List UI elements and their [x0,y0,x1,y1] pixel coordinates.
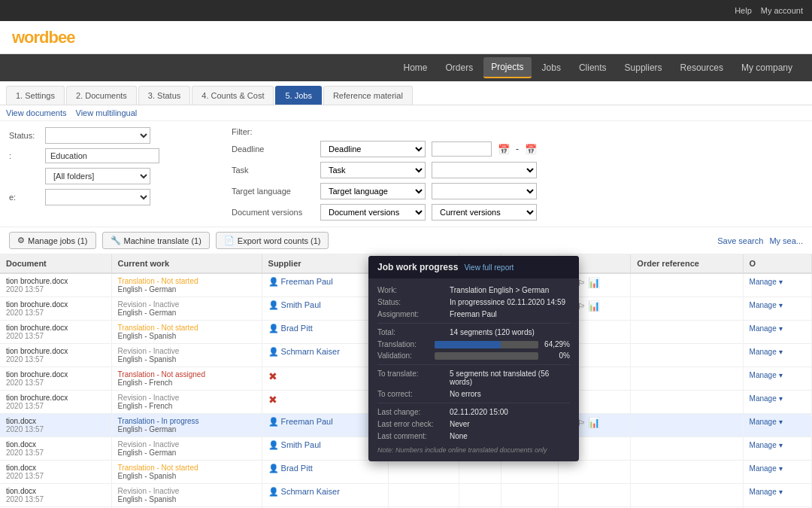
doc-versions-value-select[interactable]: Current versions [432,204,537,221]
flag-icon[interactable]: 🏳 [577,278,586,287]
nav-jobs[interactable]: Jobs [535,58,568,78]
view-multilingual-link[interactable]: View multilingual [76,108,138,117]
supplier-link[interactable]: Brad Pitt [281,324,313,333]
actions-right: Save search My sea... [717,236,803,245]
help-link[interactable]: Help [735,6,752,15]
cell-action-icons [559,461,631,484]
filter-deadline-row: Deadline Deadline 📅 - 📅 [232,141,803,157]
cell-seg [459,484,501,507]
nav-clients[interactable]: Clients [571,58,614,78]
nav-home[interactable]: Home [395,58,435,78]
deadline-from-input[interactable] [432,141,492,157]
supplier-link[interactable]: Schmarn Kaiser [281,347,340,356]
supplier-link[interactable]: Brad Pitt [281,464,313,473]
doc-date: 2020 13:57 [6,472,105,480]
cell-deadline [388,484,459,507]
popup-work-label: Work: [377,286,445,294]
folder-select[interactable]: [All folders] [45,168,150,184]
popup-last-error-row: Last error check: Never [377,420,570,428]
supplier-link[interactable]: Smith Paul [281,440,321,449]
doc-name: tion brochure.docx [6,347,105,355]
cell-action-icons [559,484,631,507]
tab-status[interactable]: 3. Status [138,86,190,105]
popup-translation-bar-wrap [435,341,538,348]
nav-orders[interactable]: Orders [438,58,480,78]
cell-manage: Manage ▾ [743,414,811,437]
popup-note: Note: Numbers include online translated … [377,446,570,454]
status-select[interactable] [45,127,150,144]
tab-settings[interactable]: 1. Settings [6,86,65,105]
calendar-from-icon[interactable]: 📅 [498,144,510,155]
chart-icon[interactable]: 📊 [588,417,600,428]
nav-mycompany[interactable]: My company [734,58,800,78]
lang-pair: English - Spanish [118,495,256,503]
person-icon: 👤 [268,417,279,426]
cell-order-reference [631,414,743,437]
task-select[interactable]: Task [320,162,426,178]
top-bar: Help My account [0,0,812,21]
export-word-counts-button[interactable]: 📄 Export word counts (1) [216,232,329,249]
type-select[interactable] [45,189,150,205]
tab-jobs[interactable]: 5. Jobs [275,86,321,105]
cell-words [501,484,559,507]
view-documents-link[interactable]: View documents [6,108,67,117]
supplier-link[interactable]: Schmarn Kaiser [281,487,340,496]
manage-button[interactable]: Manage ▾ [750,464,783,473]
manage-jobs-button[interactable]: ⚙ Manage jobs (1) [9,232,96,249]
filter-left: Status: : [All folders] e: [9,127,220,221]
nav-resources[interactable]: Resources [673,58,731,78]
popup-to-translate-label: To translate: [377,370,445,386]
supplier-link[interactable]: Freeman Paul [281,417,333,426]
nav-suppliers[interactable]: Suppliers [617,58,670,78]
cell-document: tion.docx2020 13:57 [0,414,111,437]
supplier-link[interactable]: Smith Paul [281,300,321,309]
target-lang-select[interactable]: Target language [320,183,426,199]
filter-targetlang-row: Target language Target language [232,183,803,199]
name-input[interactable] [45,148,159,163]
job-progress-popup[interactable]: Job work progress View full report Work:… [368,256,579,461]
machine-translate-button[interactable]: 🔧 Machine translate (1) [102,232,210,249]
supplier-link[interactable]: Freeman Paul [281,277,333,286]
doc-versions-select[interactable]: Document versions [320,204,426,221]
view-full-report-link[interactable]: View full report [464,263,514,272]
deadline-select[interactable]: Deadline [320,141,426,157]
my-searches-link[interactable]: My sea... [769,236,803,245]
cell-order-reference [631,437,743,461]
manage-button[interactable]: Manage ▾ [750,441,783,449]
tab-counts[interactable]: 4. Counts & Cost [192,86,274,105]
chart-icon[interactable]: 📊 [588,300,600,312]
manage-button[interactable]: Manage ▾ [750,301,783,309]
calendar-to-icon[interactable]: 📅 [525,144,537,155]
target-lang-value-select[interactable] [432,183,537,199]
tab-reference[interactable]: Reference material [323,86,413,105]
cell-current-work: Revision - InactiveEnglish - Spanish [111,484,262,507]
job-status[interactable]: Translation - In progress [118,417,256,425]
popup-translation-label: Translation: [377,340,430,348]
cell-supplier: 👤Schmarn Kaiser [262,484,388,507]
manage-button[interactable]: Manage ▾ [750,488,783,496]
job-status: Translation - Not started [118,464,256,472]
task-label: Task [232,166,314,175]
flag-icon[interactable]: 🏳 [577,418,586,427]
cell-current-work: Translation - Not startedEnglish - Germa… [111,273,262,297]
name-label: : [9,151,39,160]
manage-button[interactable]: Manage ▾ [750,348,783,356]
manage-button[interactable]: Manage ▾ [750,418,783,426]
task-value-select[interactable] [432,162,537,178]
save-search-link[interactable]: Save search [717,236,763,245]
tab-documents[interactable]: 2. Documents [66,86,137,105]
cell-order-reference [631,484,743,507]
flag-icon[interactable]: 🏳 [577,302,586,311]
popup-work-value: Translation English > German [450,286,570,294]
my-account-link[interactable]: My account [761,6,803,15]
manage-button[interactable]: Manage ▾ [750,394,783,403]
manage-button[interactable]: Manage ▾ [750,278,783,286]
chart-icon[interactable]: 📊 [588,277,600,288]
popup-last-error-label: Last error check: [377,420,445,428]
nav-projects[interactable]: Projects [483,57,531,78]
cell-document: tion brochure.docx2020 13:57 [0,367,111,391]
manage-button[interactable]: Manage ▾ [750,371,783,379]
cell-seg [459,461,501,484]
doc-name: tion brochure.docx [6,324,105,332]
manage-button[interactable]: Manage ▾ [750,324,783,333]
